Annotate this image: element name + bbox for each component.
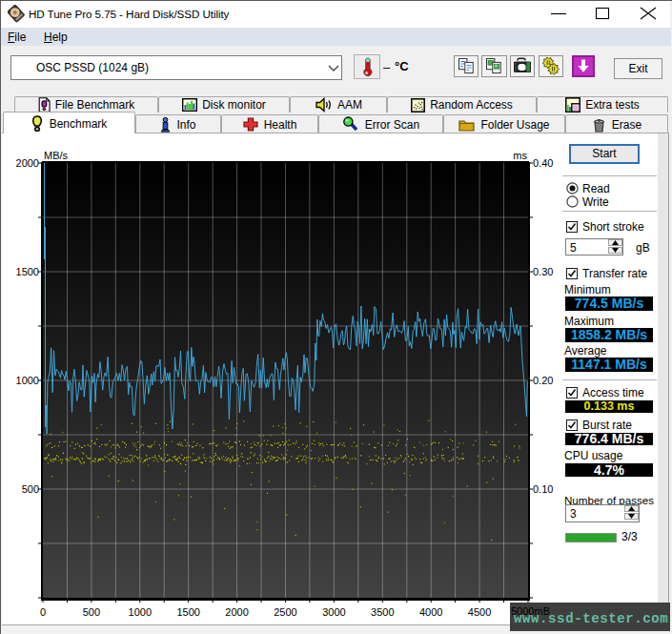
svg-text:0.30: 0.30 <box>533 266 553 277</box>
svg-text:500: 500 <box>22 483 39 495</box>
svg-text:MB/s: MB/s <box>44 150 69 161</box>
svg-text:ms: ms <box>513 150 527 161</box>
svg-text:1000: 1000 <box>16 375 39 386</box>
svg-text:0.40: 0.40 <box>533 157 553 169</box>
svg-text:2000: 2000 <box>225 606 248 618</box>
svg-text:1500: 1500 <box>176 606 199 618</box>
svg-text:1500: 1500 <box>16 266 39 277</box>
svg-text:4500: 4500 <box>468 606 491 618</box>
svg-text:3000: 3000 <box>322 606 345 618</box>
svg-text:0.20: 0.20 <box>533 375 553 386</box>
svg-text:2000: 2000 <box>16 157 39 169</box>
svg-text:0.10: 0.10 <box>533 483 553 495</box>
svg-text:1000: 1000 <box>129 606 152 618</box>
svg-text:3500: 3500 <box>371 606 394 618</box>
svg-text:500: 500 <box>83 606 100 618</box>
svg-text:2500: 2500 <box>274 606 296 618</box>
svg-text:0: 0 <box>40 606 46 618</box>
svg-text:4000: 4000 <box>419 606 442 618</box>
